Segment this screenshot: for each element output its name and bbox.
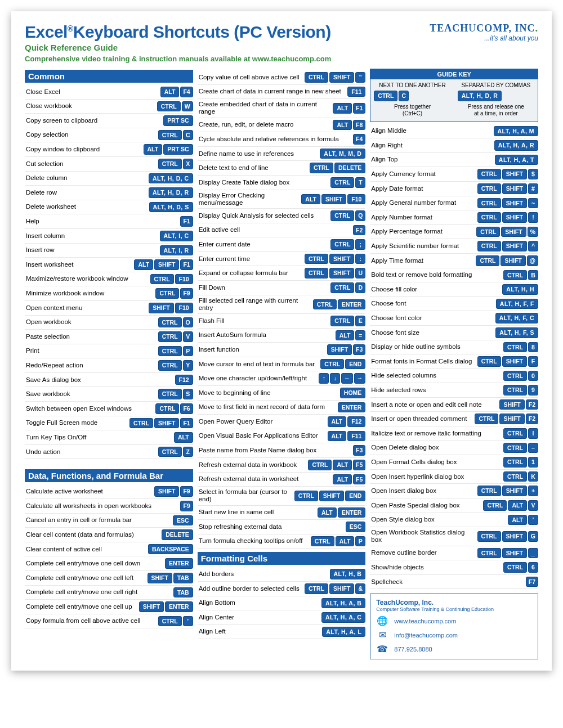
shortcut-row: Redo/Repeat actionCTRLY bbox=[25, 358, 193, 373]
contact-web: 🌐 www.teachucomp.com bbox=[376, 615, 532, 626]
key-cap: CTRL bbox=[158, 159, 182, 169]
key-cap: ~ bbox=[528, 198, 538, 209]
shortcut-row: Calculate all worksheets in open workboo… bbox=[25, 499, 193, 514]
shortcut-label: Refresh external data in workbook bbox=[199, 461, 306, 469]
key-cap: F2 bbox=[526, 414, 538, 424]
shortcut-keys: ALTF8 bbox=[333, 120, 365, 131]
key-cap: F12 bbox=[175, 375, 193, 385]
key-cap: F bbox=[528, 356, 538, 367]
shortcut-label: Start new line in same cell bbox=[199, 509, 315, 516]
shortcut-label: Flash Fill bbox=[199, 317, 329, 325]
key-cap: F7 bbox=[526, 577, 538, 587]
shortcut-keys: CTRLENTER bbox=[313, 299, 366, 310]
shortcut-keys: CTRLF10 bbox=[150, 274, 193, 285]
shortcut-row: Align MiddleALT, H, A, M bbox=[370, 124, 538, 139]
key-cap: ENTER bbox=[165, 601, 193, 612]
key-cap: I bbox=[528, 428, 538, 439]
key-cap: CTRL bbox=[477, 241, 501, 251]
shortcut-row: Align RightALT, H, A, R bbox=[370, 138, 538, 153]
shortcut-keys: SHIFTF10 bbox=[149, 303, 193, 313]
shortcut-keys: CTRLDELETE bbox=[310, 163, 365, 173]
shortcut-row: Copy window to clipboardALTPRT SC bbox=[25, 142, 193, 157]
shortcut-label: Apply Date format bbox=[371, 185, 475, 192]
shortcut-row: Display or hide outline symbolsCTRL8 bbox=[370, 340, 538, 355]
shortcut-row: Open Visual Basic For Applications Edito… bbox=[198, 429, 366, 444]
shortcut-keys: CTRLSHIFTF bbox=[477, 356, 538, 367]
key-cap: SHIFT bbox=[329, 72, 354, 83]
shortcut-label: Apply Percentage format bbox=[371, 228, 474, 235]
shortcut-row: Align CenterALT, H, A, C bbox=[198, 610, 366, 625]
shortcut-row: Switch between open Excel windowsCTRLF6 bbox=[25, 402, 193, 416]
key-cap: CTRL bbox=[476, 255, 499, 266]
key-cap: CTRL bbox=[477, 183, 501, 194]
shortcut-label: Delete worksheet bbox=[26, 203, 147, 210]
key-cap: F1 bbox=[353, 103, 365, 114]
shortcut-label: Display or hide outline symbols bbox=[371, 343, 501, 350]
key-cap: _ bbox=[528, 548, 538, 559]
shortcut-keys: CTRLY bbox=[158, 360, 193, 371]
key-cap: SHIFT bbox=[321, 194, 346, 205]
key-cap: ALT bbox=[508, 500, 527, 511]
key-cap: CTRL bbox=[503, 457, 527, 468]
key-cap: F1 bbox=[180, 259, 193, 270]
key-cap: ↓ bbox=[330, 373, 340, 384]
key-cap: CTRL bbox=[158, 360, 182, 371]
shortcut-row: Create embedded chart of data in current… bbox=[198, 99, 366, 118]
key-cap: T bbox=[355, 177, 365, 188]
shortcut-label: Apply General number format bbox=[371, 199, 475, 206]
shortcut-keys: CTRLZ bbox=[158, 447, 193, 457]
key-cap: ENTER bbox=[338, 507, 366, 518]
shortcut-row: Italicize text or remove italic formatti… bbox=[370, 426, 538, 441]
key-cap: CTRL bbox=[476, 227, 500, 237]
key-cap: ; bbox=[355, 239, 365, 250]
key-cap: ALT bbox=[134, 259, 153, 270]
shortcut-keys: CTRLW bbox=[157, 101, 193, 112]
shortcut-keys: CTRLB bbox=[503, 270, 538, 281]
shortcut-row: Delete columnALT, H, D, C bbox=[25, 172, 193, 186]
shortcut-keys: CTRLALTV bbox=[483, 500, 538, 511]
shortcut-label: Create embedded chart of data in current… bbox=[199, 101, 331, 115]
key-cap: CTRL bbox=[158, 447, 182, 457]
key-cap: F5 bbox=[353, 460, 365, 470]
key-cap: & bbox=[355, 583, 365, 594]
shortcut-row: Apply Scientific number formatCTRLSHIFT^ bbox=[370, 239, 538, 254]
key-cap: CTRL bbox=[330, 239, 354, 250]
shortcut-row: Format fonts in Format Cells dialogCTRLS… bbox=[370, 354, 538, 369]
shortcut-row: Insert functionSHIFTF3 bbox=[198, 343, 366, 357]
shortcut-keys: CTRLQ bbox=[330, 210, 365, 221]
key-cap: F9 bbox=[180, 486, 193, 497]
shortcut-row: Select in formula bar (cursor to end)CTR… bbox=[198, 487, 366, 505]
key-cap: SHIFT bbox=[501, 255, 525, 266]
key-cap: ALT bbox=[333, 474, 352, 485]
gk-left-keys: CTRLC bbox=[374, 91, 450, 101]
key-cap: ALT bbox=[333, 460, 352, 470]
shortcut-row: Define name to use in referencesALT, M, … bbox=[198, 147, 366, 161]
list-dfb-2: Copy value of cell above active cellCTRL… bbox=[198, 70, 366, 549]
key-cap: PRT SC bbox=[163, 144, 193, 155]
shortcut-keys: ALT, I, R bbox=[160, 245, 193, 256]
key-cap: CTRL bbox=[310, 163, 333, 173]
key-cap: @ bbox=[527, 255, 538, 266]
shortcut-keys: CTRLSHIFT_ bbox=[477, 548, 538, 559]
column-1: Common Close ExcelALTF4Close workbookCTR… bbox=[25, 66, 193, 659]
shortcut-row: Cancel an entry in cell or formula barES… bbox=[25, 514, 193, 528]
key-cap: ESC bbox=[346, 522, 366, 532]
key-cap: ALT bbox=[328, 416, 347, 427]
shortcut-label: Apply Number format bbox=[371, 214, 475, 221]
gk-right-label: SEPARATED BY COMMAS bbox=[458, 82, 534, 88]
key-cap: CTRL bbox=[305, 254, 328, 264]
shortcut-keys: CTRLSHIFT~ bbox=[477, 198, 538, 209]
shortcut-label: Align Top bbox=[371, 156, 493, 163]
key-cap: ENTER bbox=[165, 558, 193, 569]
shortcut-keys: CTRLSHIFT# bbox=[477, 183, 538, 194]
shortcut-label: Close Excel bbox=[26, 88, 158, 96]
shortcut-row: Hide selected rowsCTRL9 bbox=[370, 383, 538, 398]
shortcut-keys: CTRLSHIFT% bbox=[476, 227, 538, 237]
shortcut-row: Fill selected cell range with current en… bbox=[198, 295, 366, 314]
shortcut-row: Minimize workbook windowCTRLF9 bbox=[25, 286, 193, 301]
key-cap: SHIFT bbox=[329, 254, 354, 264]
contact-web-text: www.teachucomp.com bbox=[394, 618, 456, 624]
shortcut-label: Cancel an entry in cell or formula bar bbox=[26, 516, 171, 524]
shortcut-label: Move to beginning of line bbox=[199, 389, 338, 397]
shortcut-label: Expand or collapse formula bar bbox=[199, 269, 302, 277]
